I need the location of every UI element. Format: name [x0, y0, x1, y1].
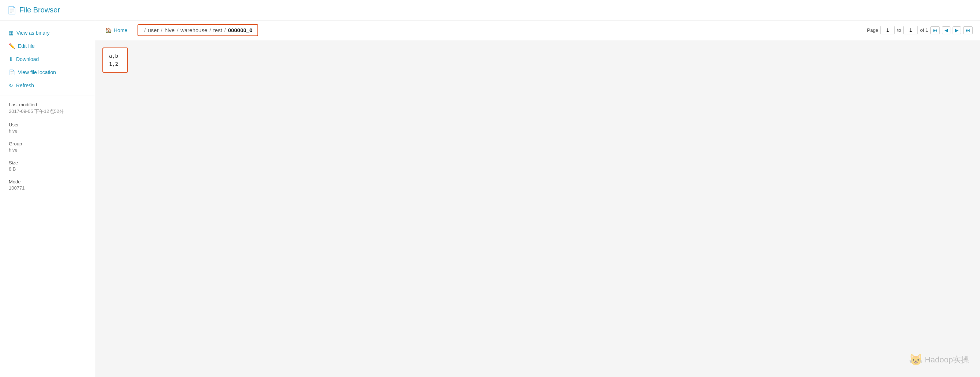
- edit-file-icon: ✏️: [9, 43, 15, 49]
- page-first-button[interactable]: ⏮: [930, 26, 940, 34]
- meta-size: Size 8 B: [0, 156, 95, 175]
- meta-mode-value: 100771: [9, 185, 86, 191]
- breadcrumb-sep-0: /: [144, 27, 146, 33]
- sidebar-divider: [0, 95, 95, 95]
- file-line-1: a,b: [109, 52, 121, 60]
- file-cell: a,b 1,2: [102, 48, 128, 73]
- meta-last-modified: Last modified 2017-09-05 下午12点52分: [0, 98, 95, 118]
- sidebar-item-refresh[interactable]: ↻ Refresh: [0, 79, 95, 92]
- home-label: Home: [114, 27, 127, 33]
- home-icon: 🏠: [105, 27, 111, 33]
- file-content-area: a,b 1,2 😺 Hadoop实操: [95, 40, 980, 377]
- breadcrumb-sep-1: /: [161, 27, 162, 33]
- file-browser-icon: 📄: [7, 6, 16, 14]
- page-last-button[interactable]: ⏭: [963, 26, 973, 34]
- page-to-input[interactable]: [903, 26, 918, 34]
- sidebar-item-edit-file[interactable]: ✏️ Edit file: [0, 40, 95, 52]
- refresh-icon: ↻: [9, 82, 13, 89]
- sidebar-item-view-location[interactable]: 📄 View file location: [0, 66, 95, 79]
- meta-last-modified-label: Last modified: [9, 102, 86, 108]
- breadcrumb-seg-test: test: [213, 27, 222, 33]
- sidebar-item-edit-file-label: Edit file: [18, 43, 35, 49]
- view-binary-icon: ▦: [9, 30, 14, 36]
- watermark-icon: 😺: [909, 353, 923, 366]
- page-to-label: to: [897, 27, 901, 33]
- app-title: File Browser: [19, 6, 60, 14]
- sidebar-item-download-label: Download: [16, 56, 39, 62]
- page-next-button[interactable]: ▶: [953, 26, 961, 34]
- sidebar-item-refresh-label: Refresh: [16, 82, 34, 89]
- sidebar: ▦ View as binary ✏️ Edit file ⬇ Download…: [0, 21, 95, 377]
- breadcrumb-sep-3: /: [210, 27, 211, 33]
- view-location-icon: 📄: [9, 70, 15, 75]
- sidebar-item-view-binary[interactable]: ▦ View as binary: [0, 26, 95, 40]
- breadcrumb-seg-hive: hive: [165, 27, 175, 33]
- meta-mode-label: Mode: [9, 179, 86, 184]
- meta-user-value: hive: [9, 128, 86, 134]
- main-layout: ▦ View as binary ✏️ Edit file ⬇ Download…: [0, 21, 980, 377]
- sidebar-item-view-binary-label: View as binary: [16, 30, 50, 36]
- pagination: Page to of 1 ⏮ ◀ ▶ ⏭: [867, 26, 973, 34]
- breadcrumb-sep-4: /: [224, 27, 226, 33]
- page-prev-button[interactable]: ◀: [942, 26, 950, 34]
- sidebar-item-download[interactable]: ⬇ Download: [0, 52, 95, 66]
- meta-last-modified-value: 2017-09-05 下午12点52分: [9, 108, 86, 115]
- meta-mode: Mode 100771: [0, 175, 95, 194]
- sidebar-item-view-location-label: View file location: [18, 70, 56, 75]
- page-of-label: of 1: [920, 27, 928, 33]
- meta-group: Group hive: [0, 137, 95, 156]
- download-icon: ⬇: [9, 56, 13, 62]
- meta-group-value: hive: [9, 147, 86, 153]
- watermark-text: Hadoop实操: [925, 354, 969, 365]
- toolbar: 🏠 Home / user / hive / warehouse / test …: [95, 21, 980, 40]
- meta-size-value: 8 B: [9, 166, 86, 172]
- breadcrumb-sep-2: /: [177, 27, 178, 33]
- breadcrumb: / user / hive / warehouse / test / 00000…: [137, 24, 258, 36]
- breadcrumb-current: 000000_0: [228, 27, 253, 33]
- home-button[interactable]: 🏠 Home: [102, 26, 130, 35]
- meta-user-label: User: [9, 122, 86, 127]
- meta-size-label: Size: [9, 160, 86, 165]
- meta-user: User hive: [0, 118, 95, 137]
- breadcrumb-seg-user: user: [148, 27, 159, 33]
- page-label: Page: [867, 27, 878, 33]
- content-area: 🏠 Home / user / hive / warehouse / test …: [95, 21, 980, 377]
- watermark: 😺 Hadoop实操: [909, 353, 969, 366]
- page-current-input[interactable]: [880, 26, 895, 34]
- breadcrumb-seg-warehouse: warehouse: [181, 27, 207, 33]
- app-header: 📄 File Browser: [0, 0, 980, 21]
- meta-group-label: Group: [9, 141, 86, 146]
- file-line-2: 1,2: [109, 60, 121, 68]
